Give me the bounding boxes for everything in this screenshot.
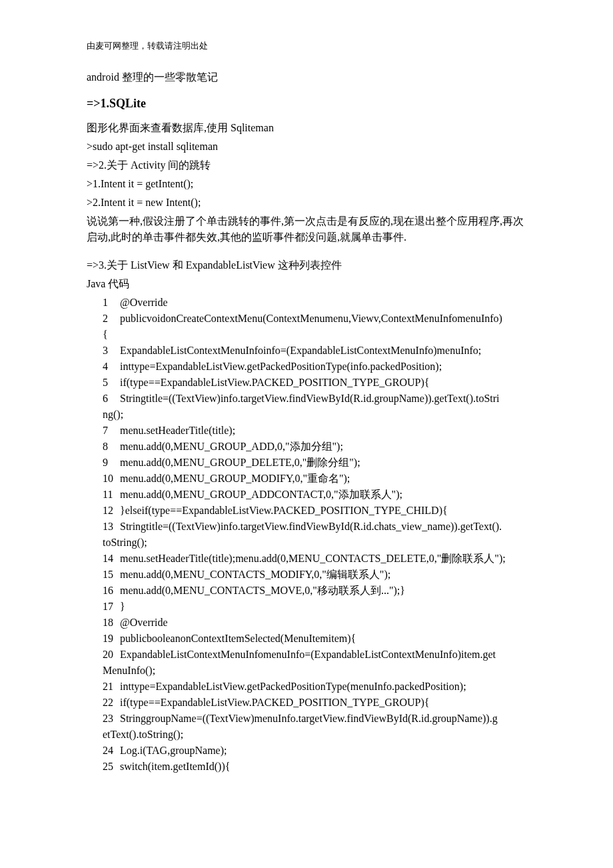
code-line-number: 5	[103, 375, 120, 391]
code-line-content: ExpandableListContextMenuInfomenuInfo=(E…	[120, 647, 526, 663]
code-line: 5if(type==ExpandableListView.PACKED_POSI…	[103, 375, 526, 391]
paragraph: =>3.关于 ListView 和 ExpandableListView 这种列…	[87, 257, 526, 273]
code-line-number: 9	[103, 455, 120, 471]
code-line-content: menu.add(0,MENU_GROUP_MODIFY,0,"重命名");	[120, 471, 526, 487]
code-line-continuation: MenuInfo();	[103, 663, 526, 679]
code-line-continuation: etText().toString();	[103, 727, 526, 743]
code-line-content: switch(item.getItemId()){	[120, 759, 526, 775]
page-title: android 整理的一些零散笔记	[87, 71, 526, 85]
code-line-continuation: ng();	[103, 407, 526, 423]
code-line: 22if(type==ExpandableListView.PACKED_POS…	[103, 695, 526, 711]
code-line: 1@Override	[103, 295, 526, 311]
code-line: 25switch(item.getItemId()){	[103, 759, 526, 775]
header-attribution: 由麦可网整理，转载请注明出处	[87, 40, 526, 52]
paragraph: >1.Intent it = getIntent();	[87, 176, 526, 192]
paragraph: 图形化界面来查看数据库,使用 Sqliteman	[87, 120, 526, 136]
code-line-number: 19	[103, 631, 120, 647]
code-block: 1@Override2publicvoidonCreateContextMenu…	[87, 295, 526, 775]
code-line-content: menu.add(0,MENU_GROUP_ADDCONTACT,0,"添加联系…	[120, 487, 526, 503]
code-line: 2publicvoidonCreateContextMenu(ContextMe…	[103, 311, 526, 327]
code-line-number: 17	[103, 599, 120, 615]
code-line: 8menu.add(0,MENU_GROUP_ADD,0,"添加分组");	[103, 439, 526, 455]
code-line: 15menu.add(0,MENU_CONTACTS_MODIFY,0,"编辑联…	[103, 567, 526, 583]
section-heading-sqlite: =>1.SQLite	[87, 97, 526, 111]
code-line: 20ExpandableListContextMenuInfomenuInfo=…	[103, 647, 526, 663]
code-line: 14menu.setHeaderTitle(title);menu.add(0,…	[103, 551, 526, 567]
code-line-continuation: toString();	[103, 535, 526, 551]
code-line-content: }elseif(type==ExpandableListView.PACKED_…	[120, 503, 526, 519]
code-line: 11menu.add(0,MENU_GROUP_ADDCONTACT,0,"添加…	[103, 487, 526, 503]
code-line-content: publicbooleanonContextItemSelected(MenuI…	[120, 631, 526, 647]
code-line: 13Stringtitle=((TextView)info.targetView…	[103, 519, 526, 535]
code-line-number: 1	[103, 295, 120, 311]
code-line-content: if(type==ExpandableListView.PACKED_POSIT…	[120, 695, 526, 711]
code-line: 24Log.i(TAG,groupName);	[103, 743, 526, 759]
code-line-number: 12	[103, 503, 120, 519]
code-line-content: StringgroupName=((TextView)menuInfo.targ…	[120, 711, 526, 727]
code-line-number: 23	[103, 711, 120, 727]
code-line-number: 8	[103, 439, 120, 455]
code-line: 10menu.add(0,MENU_GROUP_MODIFY,0,"重命名");	[103, 471, 526, 487]
code-line-content: menu.add(0,MENU_CONTACTS_MOVE,0,"移动联系人到.…	[120, 583, 526, 599]
paragraph: >2.Intent it = new Intent();	[87, 195, 526, 211]
code-line-number: 20	[103, 647, 120, 663]
code-line: 9menu.add(0,MENU_GROUP_DELETE,0,"删除分组");	[103, 455, 526, 471]
code-line: 19publicbooleanonContextItemSelected(Men…	[103, 631, 526, 647]
code-line-number: 7	[103, 423, 120, 439]
code-line-number: 11	[103, 487, 120, 503]
code-line: 16menu.add(0,MENU_CONTACTS_MOVE,0,"移动联系人…	[103, 583, 526, 599]
code-line-number: 15	[103, 567, 120, 583]
code-line-content: Stringtitle=((TextView)info.targetView.f…	[120, 519, 526, 535]
code-line-content: Stringtitle=((TextView)info.targetView.f…	[120, 391, 526, 407]
code-line-content: ExpandableListContextMenuInfoinfo=(Expan…	[120, 343, 526, 359]
code-line-content: publicvoidonCreateContextMenu(ContextMen…	[120, 311, 526, 327]
code-line-content: menu.setHeaderTitle(title);	[120, 423, 526, 439]
code-line-content: inttype=ExpandableListView.getPackedPosi…	[120, 359, 526, 375]
code-line-content: }	[120, 599, 526, 615]
code-line-number: 13	[103, 519, 120, 535]
code-line: 7menu.setHeaderTitle(title);	[103, 423, 526, 439]
code-line-content: Log.i(TAG,groupName);	[120, 743, 526, 759]
paragraph: >sudo apt-get install sqliteman	[87, 139, 526, 155]
code-line-content: menu.add(0,MENU_GROUP_ADD,0,"添加分组");	[120, 439, 526, 455]
code-line-content: menu.setHeaderTitle(title);menu.add(0,ME…	[120, 551, 526, 567]
code-line-content: if(type==ExpandableListView.PACKED_POSIT…	[120, 375, 526, 391]
code-line-number: 22	[103, 695, 120, 711]
code-line-number: 16	[103, 583, 120, 599]
code-line-number: 21	[103, 679, 120, 695]
document-page: 由麦可网整理，转载请注明出处 android 整理的一些零散笔记 =>1.SQL…	[0, 0, 613, 868]
code-line: 12}elseif(type==ExpandableListView.PACKE…	[103, 503, 526, 519]
code-line: 3ExpandableListContextMenuInfoinfo=(Expa…	[103, 343, 526, 359]
code-line-number: 25	[103, 759, 120, 775]
code-line-number: 24	[103, 743, 120, 759]
code-line-number: 4	[103, 359, 120, 375]
body-text: 图形化界面来查看数据库,使用 Sqliteman >sudo apt-get i…	[87, 120, 526, 292]
code-line: 17}	[103, 599, 526, 615]
java-code-label: Java 代码	[87, 276, 526, 292]
code-line-content: menu.add(0,MENU_GROUP_DELETE,0,"删除分组");	[120, 455, 526, 471]
code-line-number: 2	[103, 311, 120, 327]
code-line: 4inttype=ExpandableListView.getPackedPos…	[103, 359, 526, 375]
paragraph: 说说第一种,假设注册了个单击跳转的事件,第一次点击是有反应的,现在退出整个应用程…	[87, 213, 526, 245]
paragraph: =>2.关于 Activity 间的跳转	[87, 157, 526, 173]
code-line-number: 14	[103, 551, 120, 567]
code-line-number: 6	[103, 391, 120, 407]
code-line: 21inttype=ExpandableListView.getPackedPo…	[103, 679, 526, 695]
code-line-continuation: {	[103, 327, 526, 343]
code-line: 18@Override	[103, 615, 526, 631]
code-line-number: 3	[103, 343, 120, 359]
code-line-number: 18	[103, 615, 120, 631]
code-line-content: @Override	[120, 615, 526, 631]
code-line: 6Stringtitle=((TextView)info.targetView.…	[103, 391, 526, 407]
code-line-number: 10	[103, 471, 120, 487]
code-line-content: inttype=ExpandableListView.getPackedPosi…	[120, 679, 526, 695]
code-line-content: menu.add(0,MENU_CONTACTS_MODIFY,0,"编辑联系人…	[120, 567, 526, 583]
code-line: 23StringgroupName=((TextView)menuInfo.ta…	[103, 711, 526, 727]
code-line-content: @Override	[120, 295, 526, 311]
